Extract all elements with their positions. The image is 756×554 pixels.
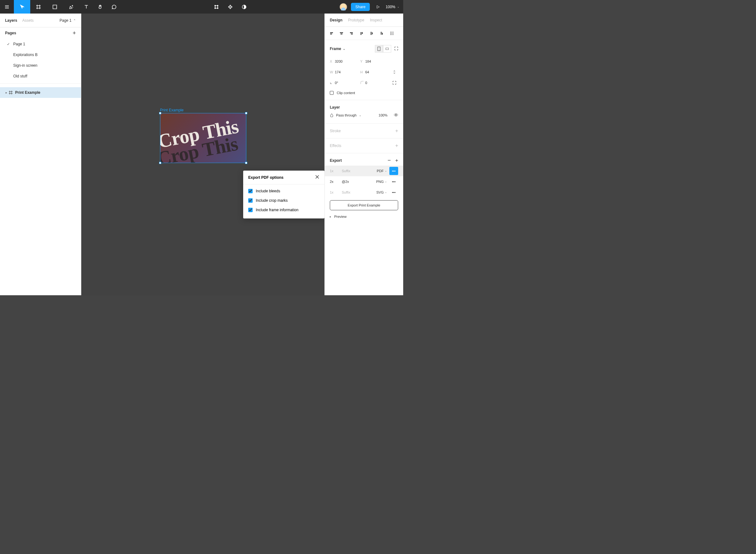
menu-button[interactable] [0, 0, 14, 13]
prop-rotation[interactable]: 0° [330, 78, 358, 87]
export-suffix[interactable]: Suffix [342, 169, 374, 173]
page-row[interactable]: Old stuff [0, 71, 81, 81]
resize-to-fit-button[interactable] [394, 47, 398, 51]
page-selector[interactable]: Page 1⌃ [59, 18, 76, 23]
checkbox[interactable] [248, 189, 253, 193]
present-button[interactable] [373, 5, 383, 9]
comment-tool[interactable] [107, 0, 121, 13]
svg-point-11 [392, 33, 392, 34]
align-left-icon[interactable] [329, 31, 334, 36]
frame-label[interactable]: Print Example [160, 108, 184, 112]
prop-x[interactable]: X3200 [330, 57, 358, 66]
align-top-icon[interactable] [359, 31, 364, 36]
text-tool[interactable] [80, 0, 93, 13]
preview-toggle[interactable]: ▸Preview [325, 210, 403, 223]
frame-tool[interactable]: ⌄ [30, 0, 47, 13]
effects-section-title: Effects [330, 144, 341, 148]
prop-radius[interactable]: 0 [360, 78, 388, 87]
resize-handle-tr[interactable] [245, 112, 247, 114]
export-scale[interactable]: 1x [330, 169, 342, 173]
export-format[interactable]: PNG⌄ [374, 180, 387, 183]
layer-row-selected[interactable]: ▸ Print Example [0, 87, 81, 98]
svg-point-9 [393, 32, 393, 33]
page-row[interactable]: Sign-in screen [0, 60, 81, 71]
checkbox[interactable] [248, 198, 253, 203]
svg-point-12 [393, 33, 393, 34]
page-row[interactable]: Page 1 [0, 39, 81, 49]
prop-h[interactable]: H64 [360, 68, 388, 76]
checkbox[interactable] [248, 208, 253, 212]
selection-frame[interactable]: Crop This Crop This [160, 113, 246, 163]
modal-title: Export PDF options [248, 175, 284, 180]
export-setting-row[interactable]: 1xSuffixSVG⌄••• [325, 187, 403, 198]
visibility-toggle[interactable] [394, 113, 398, 118]
zoom-control[interactable]: 100%⌄ [383, 5, 402, 9]
frame-section-title[interactable]: Frame [330, 47, 341, 51]
chevron-down-icon: ⌄ [397, 5, 399, 8]
export-scale[interactable]: 1x [330, 190, 342, 194]
export-scale[interactable]: 2x [330, 180, 342, 183]
clip-content-toggle[interactable]: Clip content [325, 89, 403, 96]
tab-layers[interactable]: Layers [5, 18, 17, 23]
chevron-down-icon: ⌄ [72, 5, 74, 8]
orientation-portrait[interactable] [375, 45, 383, 53]
edit-object-tool[interactable] [209, 0, 223, 13]
option-include-crop-marks[interactable]: Include crop marks [243, 196, 324, 205]
svg-point-14 [392, 34, 392, 35]
orientation-landscape[interactable] [383, 45, 391, 53]
independent-corners[interactable] [391, 78, 398, 87]
export-options-button[interactable]: ••• [389, 167, 398, 175]
checkbox-icon [330, 91, 334, 95]
mask-tool[interactable] [237, 0, 251, 13]
share-button[interactable]: Share [351, 3, 370, 11]
page-row[interactable]: Explorations B [0, 49, 81, 60]
add-page-button[interactable]: + [72, 30, 76, 37]
export-options-button[interactable]: ••• [389, 188, 398, 197]
svg-point-15 [393, 34, 393, 35]
add-export-button[interactable]: + [395, 158, 398, 163]
add-stroke-button[interactable]: + [395, 128, 398, 134]
export-setting-row[interactable]: 1xSuffixPDF⌄••• [325, 166, 403, 176]
constrain-proportions[interactable] [391, 68, 398, 76]
export-format[interactable]: PDF⌄ [374, 169, 387, 173]
left-panel: Layers Assets Page 1⌃ Pages + Page 1 Exp… [0, 13, 81, 295]
layer-name: Print Example [15, 90, 40, 95]
hand-tool[interactable] [93, 0, 107, 13]
close-button[interactable] [315, 175, 319, 180]
tab-inspect[interactable]: Inspect [370, 18, 382, 22]
export-format[interactable]: SVG⌄ [374, 190, 387, 194]
user-avatar[interactable] [340, 3, 347, 11]
remove-export-button[interactable]: − [388, 157, 391, 164]
option-include-bleeds[interactable]: Include bleeds [243, 186, 324, 196]
canvas[interactable]: Print Example Crop This Crop This Export… [81, 13, 324, 295]
add-effect-button[interactable]: + [395, 143, 398, 149]
pages-title: Pages [5, 31, 16, 35]
resize-handle-br[interactable] [245, 162, 247, 164]
align-vcenter-icon[interactable] [369, 31, 374, 36]
export-setting-row[interactable]: 2x@2xPNG⌄••• [325, 176, 403, 187]
resize-handle-tl[interactable] [159, 112, 161, 114]
blend-mode-select[interactable]: Pass through [336, 113, 357, 117]
export-suffix[interactable]: @2x [342, 180, 374, 183]
prop-y[interactable]: Y184 [360, 57, 388, 66]
option-include-frame-info[interactable]: Include frame information [243, 205, 324, 215]
page-name: Sign-in screen [13, 63, 38, 68]
prop-w[interactable]: W174 [330, 68, 358, 76]
export-options-button[interactable]: ••• [389, 177, 398, 186]
export-button[interactable]: Export Print Example [330, 200, 398, 210]
align-hcenter-icon[interactable] [339, 31, 344, 36]
tab-assets[interactable]: Assets [22, 18, 34, 23]
move-tool[interactable]: ⌄ [14, 0, 30, 13]
align-bottom-icon[interactable] [380, 31, 384, 36]
align-right-icon[interactable] [349, 31, 354, 36]
option-label: Include frame information [256, 208, 298, 212]
component-tool[interactable] [223, 0, 237, 13]
shape-tool[interactable]: ⌄ [47, 0, 63, 13]
tab-design[interactable]: Design [330, 18, 342, 22]
export-suffix[interactable]: Suffix [342, 190, 374, 194]
tab-prototype[interactable]: Prototype [348, 18, 364, 22]
pen-tool[interactable]: ⌄ [63, 0, 80, 13]
opacity-input[interactable]: 100% [379, 113, 388, 117]
resize-handle-bl[interactable] [159, 162, 161, 164]
distribute-icon[interactable] [390, 31, 394, 36]
